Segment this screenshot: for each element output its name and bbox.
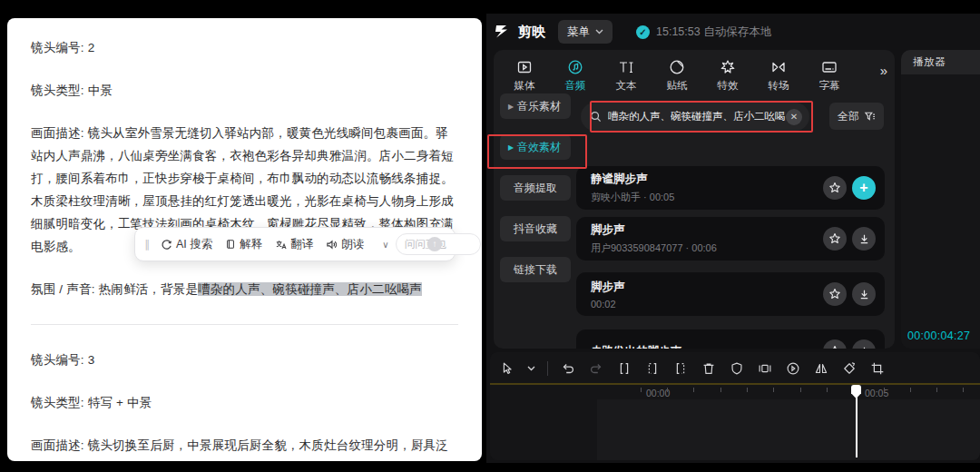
- sound-item-title: 脚步声: [591, 222, 818, 238]
- shot3-description: 画面描述: 镜头切换至后厨，中景展现后厨全貌，木质灶台纹理分明，厨具泛着温润金属…: [31, 434, 458, 461]
- mirror-icon[interactable]: [813, 360, 829, 377]
- filter-all-button[interactable]: 全部: [829, 103, 884, 130]
- rotate-icon[interactable]: [841, 360, 858, 377]
- sound-search-input[interactable]: 嘈杂的人声、碗筷碰撞声、店小二吆喝声 ✕: [581, 103, 809, 131]
- sound-item-title: 脚步声: [591, 280, 818, 295]
- sidebar-item-audio-extract[interactable]: 音频提取: [500, 175, 571, 201]
- sound-result-item[interactable]: 脚步声 00:02: [576, 272, 885, 316]
- ruler-tick: [910, 388, 911, 392]
- tab-sticker-label: 贴纸: [667, 79, 688, 93]
- player-panel: 播放器 00:00:04:27: [901, 50, 980, 349]
- shot2-sound-selected-text[interactable]: 嘈杂的人声、碗筷碰撞声、店小二吆喝声: [198, 282, 422, 296]
- player-title: 播放器: [913, 54, 946, 70]
- delete-right-icon[interactable]: [672, 360, 689, 377]
- drag-handle-icon[interactable]: ∥: [144, 238, 151, 251]
- search-query-value: 嘈杂的人声、碗筷碰撞声、店小二吆喝声: [608, 111, 786, 122]
- delete-icon[interactable]: [701, 360, 717, 377]
- titlebar: 剪映 菜单 ✓ 15:15:53 自动保存本地: [486, 14, 980, 50]
- filter-funnel-icon: [864, 111, 876, 122]
- translate-button[interactable]: 翻译: [270, 233, 318, 256]
- tab-text[interactable]: 文本: [601, 54, 652, 93]
- doubao-selection-toolbar: ∥ AI 搜索 解释 翻译 朗读 ∨ ↑: [134, 227, 456, 261]
- favorite-star-button[interactable]: [823, 339, 847, 349]
- section-divider: [31, 324, 458, 325]
- ai-search-label: AI 搜索: [176, 237, 212, 252]
- capcut-logo-icon: [495, 25, 514, 39]
- shot2-number: 镜头编号: 2: [31, 36, 458, 59]
- shot2-sound-prefix: 氛围 / 声音: 热闹鲜活，背景是: [31, 282, 198, 296]
- ruler-tick: [747, 388, 748, 392]
- sound-item-text: 脚步声 00:02: [591, 280, 818, 310]
- sidebar-item-douyin-favorites[interactable]: 抖音收藏: [500, 216, 571, 241]
- select-tool-icon[interactable]: [499, 360, 515, 377]
- ruler-tick: [641, 388, 642, 392]
- tab-audio[interactable]: 音频: [550, 54, 601, 93]
- star-icon: [828, 288, 841, 300]
- timeline-ruler[interactable]: 00:00 00:05: [490, 383, 980, 399]
- sound-result-item[interactable]: 走路发出的脚步声: [576, 329, 885, 349]
- add-to-track-button[interactable]: +: [852, 176, 876, 200]
- tab-media[interactable]: 媒体: [499, 54, 550, 93]
- download-button[interactable]: [852, 339, 876, 349]
- tab-text-label: 文本: [616, 79, 637, 93]
- chevron-down-icon[interactable]: ∨: [379, 240, 391, 250]
- sidebar-item-audio-extract-label: 音频提取: [514, 181, 557, 196]
- redo-icon[interactable]: [588, 360, 604, 377]
- sidebar-item-link-download-label: 链接下载: [514, 262, 557, 278]
- favorite-star-button[interactable]: [823, 176, 847, 200]
- select-tool-dropdown-icon[interactable]: [527, 366, 535, 371]
- menu-button[interactable]: 菜单: [558, 20, 612, 44]
- ai-search-button[interactable]: AI 搜索: [156, 233, 217, 256]
- timeline-toolbar: [499, 356, 886, 381]
- text-icon: [617, 58, 635, 76]
- tab-captions[interactable]: 字幕: [804, 54, 855, 93]
- speed-icon[interactable]: [785, 360, 801, 377]
- explain-icon: [225, 239, 236, 250]
- crop-icon[interactable]: [869, 360, 886, 377]
- translate-icon: [275, 239, 287, 251]
- sound-result-item[interactable]: 脚步声 用户9033590847077 · 00:06: [576, 217, 885, 261]
- freeze-frame-icon[interactable]: [729, 360, 745, 377]
- reverse-icon[interactable]: [757, 360, 773, 377]
- player-timecode: 00:00:04:27: [907, 329, 970, 342]
- ai-search-icon: [161, 239, 172, 251]
- ruler-tick: [827, 388, 828, 392]
- tab-sticker[interactable]: 贴纸: [652, 54, 702, 93]
- timeline-track-area[interactable]: [597, 399, 980, 460]
- sidebar-item-music[interactable]: ▶音乐素材: [500, 93, 571, 119]
- sidebar-item-douyin-favorites-label: 抖音收藏: [514, 221, 557, 237]
- favorite-star-button[interactable]: [823, 282, 847, 306]
- tab-transitions[interactable]: 转场: [753, 54, 804, 93]
- translate-label: 翻译: [290, 237, 313, 252]
- shot2-sound-line: 氛围 / 声音: 热闹鲜活，背景是嘈杂的人声、碗筷碰撞声、店小二吆喝声: [31, 278, 458, 300]
- tab-captions-label: 字幕: [819, 79, 840, 93]
- sticker-icon: [668, 58, 686, 76]
- sound-result-item[interactable]: 静谧脚步声 剪映小助手 · 00:05 +: [576, 166, 885, 210]
- search-query-text: 嘈杂的人声、碗筷碰撞声、店小二吆喝声: [608, 110, 786, 123]
- expand-arrow-icon: ▶: [508, 103, 514, 111]
- download-button[interactable]: [852, 227, 876, 251]
- sound-item-text: 脚步声 用户9033590847077 · 00:06: [591, 222, 818, 255]
- delete-left-icon[interactable]: [644, 360, 661, 377]
- tab-effects-label: 特效: [718, 79, 739, 93]
- read-aloud-button[interactable]: 朗读: [321, 233, 368, 256]
- chevron-down-icon: [595, 29, 603, 34]
- split-icon[interactable]: [616, 360, 632, 377]
- favorite-star-button[interactable]: [823, 227, 847, 251]
- tab-media-label: 媒体: [514, 79, 535, 93]
- download-icon: [858, 346, 870, 349]
- undo-icon[interactable]: [560, 360, 576, 377]
- tab-effects[interactable]: 特效: [702, 54, 753, 93]
- explain-button[interactable]: 解释: [220, 233, 267, 256]
- download-button[interactable]: [852, 282, 876, 306]
- filter-all-label: 全部: [838, 109, 859, 124]
- clear-search-button[interactable]: ✕: [786, 109, 802, 125]
- expand-arrow-icon: ▶: [508, 143, 514, 152]
- shot2-type: 镜头类型: 中景: [31, 79, 458, 102]
- sound-item-meta: 用户9033590847077 · 00:06: [591, 241, 818, 255]
- more-tabs-chevron[interactable]: »: [880, 63, 886, 78]
- sidebar-item-link-download[interactable]: 链接下载: [500, 257, 571, 282]
- send-arrow-icon[interactable]: ↑: [427, 237, 442, 251]
- sidebar-item-sound-effects[interactable]: ▶音效素材: [500, 134, 571, 160]
- audio-sidebar: ▶音乐素材 ▶音效素材 音频提取 抖音收藏 链接下载: [500, 93, 571, 298]
